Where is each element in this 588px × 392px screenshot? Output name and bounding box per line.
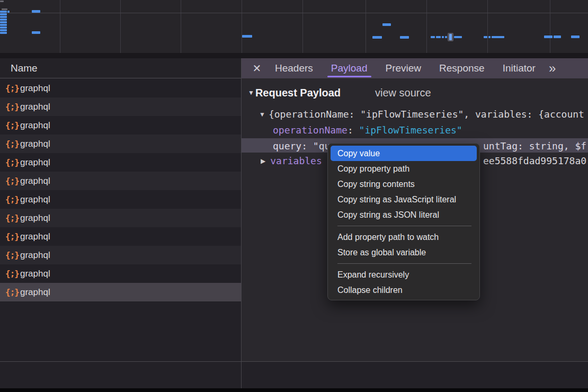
request-row-graphql[interactable]: {;}graphql: [0, 227, 241, 246]
json-braces-icon: {;}: [5, 157, 20, 167]
request-name: graphql: [20, 139, 50, 149]
request-name: graphql: [20, 176, 50, 186]
waterfall-bar: [436, 36, 441, 38]
tree-row-variables-right: ee5588fdad995178a0: [483, 153, 588, 168]
key-value-separator: :: [348, 124, 359, 136]
request-name: graphql: [20, 231, 50, 242]
tab-label: Response: [439, 63, 485, 74]
tree-row-query-left[interactable]: query: "qu: [273, 138, 336, 154]
grid-line: [426, 0, 427, 53]
menu-item-copy-string-contents[interactable]: Copy string contents: [331, 176, 477, 192]
json-braces-icon: {;}: [5, 176, 20, 186]
tab-label: Payload: [331, 63, 368, 74]
waterfall-bar: [242, 35, 252, 38]
request-name: graphql: [20, 194, 50, 205]
request-row-graphql[interactable]: {;}graphql: [0, 79, 241, 97]
waterfall-bar: [0, 19, 7, 21]
waterfall-bar: [2, 8, 7, 10]
grid-line: [181, 0, 181, 53]
waterfall-bar: [0, 29, 7, 31]
tree-row-root-preview[interactable]: ▼ {operationName: "ipFlowTimeseries", va…: [259, 106, 588, 122]
menu-item-collapse-children[interactable]: Collapse children: [331, 282, 477, 298]
view-source-link[interactable]: view source: [375, 85, 431, 101]
request-row-graphql[interactable]: {;}graphql: [0, 190, 241, 209]
tab-payload[interactable]: Payload: [323, 58, 376, 78]
overflow-tabs-icon[interactable]: »: [549, 58, 556, 78]
request-name: graphql: [20, 250, 50, 261]
grid-line: [366, 0, 366, 53]
waterfall-bar: [571, 35, 580, 38]
waterfall-bar: [32, 10, 40, 13]
tab-preview[interactable]: Preview: [378, 58, 430, 78]
waterfall-bar: [7, 11, 10, 13]
active-tab-underline: [327, 76, 371, 77]
menu-item-expand-recursively[interactable]: Expand recursively: [331, 267, 477, 282]
request-name: graphql: [20, 120, 50, 131]
disclosure-triangle-icon[interactable]: ▼: [248, 89, 254, 96]
request-row-graphql[interactable]: {;}graphql: [0, 264, 241, 283]
waterfall-bar: [0, 1, 4, 2]
query-visible-right: untTag: string, $f: [483, 140, 586, 152]
menu-item-copy-string-as-javascript-literal[interactable]: Copy string as JavaScript literal: [331, 192, 477, 207]
tree-row-variables[interactable]: ▶ variables: [261, 153, 335, 168]
request-name: graphql: [20, 287, 50, 298]
waterfall-bar: [544, 35, 553, 38]
tab-label: Preview: [386, 63, 422, 74]
tab-initiator[interactable]: Initiator: [495, 58, 544, 78]
details-tab-bar: ✕ HeadersPayloadPreviewResponseInitiator…: [242, 58, 588, 78]
panel-splitter[interactable]: [241, 58, 242, 388]
menu-item-copy-string-as-json-literal[interactable]: Copy string as JSON literal: [331, 207, 477, 222]
waterfall-bar: [372, 36, 382, 39]
close-icon[interactable]: ✕: [249, 62, 265, 75]
waterfall-bar: [554, 35, 561, 38]
menu-divider: [337, 226, 471, 226]
tree-row-operationname[interactable]: operationName: "ipFlowTimeseries": [273, 122, 588, 138]
waterfall-bar: [454, 36, 462, 38]
menu-item-store-as-global-variable[interactable]: Store as global variable: [331, 245, 477, 260]
tab-response[interactable]: Response: [431, 58, 493, 78]
json-braces-icon: {;}: [5, 213, 20, 223]
request-row-graphql[interactable]: {;}graphql: [0, 246, 241, 264]
menu-item-add-property-path-to-watch[interactable]: Add property path to watch: [331, 229, 477, 245]
grid-line: [60, 0, 60, 53]
menu-item-copy-property-path[interactable]: Copy property path: [331, 161, 477, 176]
menu-divider: [337, 263, 471, 264]
waterfall-bar: [431, 36, 435, 38]
waterfall-bar: [0, 21, 7, 23]
request-name: graphql: [20, 157, 50, 168]
json-braces-icon: {;}: [5, 139, 20, 149]
request-name: graphql: [20, 102, 50, 112]
request-payload-section-header[interactable]: ▼ Request Payload: [248, 85, 341, 101]
disclosure-triangle-icon[interactable]: ▼: [259, 111, 265, 118]
request-row-graphql[interactable]: {;}graphql: [0, 209, 241, 227]
tab-headers[interactable]: Headers: [267, 58, 321, 78]
request-row-graphql[interactable]: {;}graphql: [0, 97, 241, 116]
waterfall-bar: [0, 11, 7, 13]
waterfall-bar: [400, 36, 409, 39]
json-braces-icon: {;}: [5, 83, 20, 93]
request-name: graphql: [20, 213, 50, 224]
request-name: graphql: [20, 269, 50, 279]
property-value: "ipFlowTimeseries": [359, 124, 462, 136]
root-preview-text: {operationName: "ipFlowTimeseries", vari…: [269, 109, 584, 120]
selection-marker: [449, 34, 452, 40]
waterfall-bar: [488, 36, 491, 38]
waterfall-bar: [0, 32, 7, 34]
request-row-graphql[interactable]: {;}graphql: [0, 172, 241, 190]
payload-section-title: Request Payload: [255, 87, 341, 99]
request-row-graphql[interactable]: {;}graphql: [0, 283, 241, 301]
request-name: graphql: [20, 83, 50, 94]
network-overview-waterfall[interactable]: [0, 0, 588, 53]
request-row-graphql[interactable]: {;}graphql: [0, 153, 241, 172]
grid-line: [242, 0, 242, 53]
menu-item-copy-value[interactable]: Copy value: [331, 146, 477, 161]
column-header-name[interactable]: Name: [0, 58, 241, 78]
request-row-graphql[interactable]: {;}graphql: [0, 135, 241, 153]
grid-line: [487, 0, 488, 53]
devtools-network-panel: Name {;}graphql{;}graphql{;}graphql{;}gr…: [0, 0, 588, 392]
grid-line: [302, 0, 303, 53]
request-row-graphql[interactable]: {;}graphql: [0, 116, 241, 135]
waterfall-bar: [382, 23, 391, 26]
property-key: variables: [270, 155, 322, 166]
disclosure-triangle-icon[interactable]: ▶: [261, 157, 265, 165]
